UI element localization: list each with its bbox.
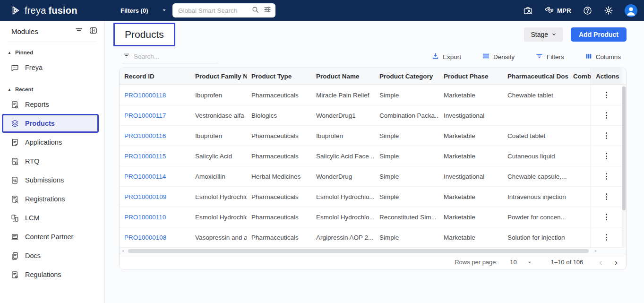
kebab-menu-icon[interactable] <box>602 150 611 162</box>
export-button[interactable]: Export <box>431 52 461 61</box>
mpr-menu-item[interactable]: MPR <box>544 5 571 17</box>
sidebar-item-regulations[interactable]: Regulations <box>0 265 104 284</box>
stage-dropdown-button[interactable]: Stage <box>524 27 563 42</box>
table-cell: Chewable tablet <box>503 85 568 105</box>
scroll-right-arrow-icon[interactable]: ▸ <box>595 249 597 253</box>
record-id-link[interactable]: PRO10000110 <box>120 207 190 227</box>
kebab-menu-icon[interactable] <box>602 190 611 203</box>
vertical-scrollbar-thumb[interactable] <box>622 87 626 210</box>
column-header-product-name[interactable]: Product Name <box>311 68 375 85</box>
table-row[interactable]: PRO10000118IbuprofenPharmaceuticalsMirac… <box>120 85 592 105</box>
add-product-button[interactable]: Add Product <box>571 27 627 42</box>
kebab-menu-icon[interactable] <box>602 231 611 243</box>
horizontal-scrollbar: ◂ ▸ <box>120 248 626 254</box>
table-row[interactable]: PRO10000116IbuprofenPharmaceuticalsIbupr… <box>120 126 592 146</box>
table-row[interactable]: PRO10000110Esmolol Hydrochlo...Pharmaceu… <box>120 207 592 227</box>
column-header-pharmaceutical-dos[interactable]: Pharmaceutical Dos... <box>503 68 568 85</box>
record-id-link[interactable]: PRO10000115 <box>120 146 190 166</box>
table-row[interactable]: PRO10000117Vestronidase alfaBiologicsWon… <box>120 105 592 126</box>
kebab-menu-icon[interactable] <box>602 170 611 182</box>
sidebar-item-freya[interactable]: Freya <box>0 58 104 77</box>
table-cell: Argipressin AOP 2... <box>311 227 375 248</box>
table-search-input[interactable] <box>134 53 218 60</box>
briefcase-user-icon[interactable] <box>523 6 533 16</box>
table-cell: Salicylic Acid <box>190 146 247 166</box>
app-logo[interactable]: freyafusion <box>10 0 77 21</box>
settings-gear-icon[interactable] <box>604 6 613 15</box>
sidebar-item-registrations[interactable]: Registrations <box>0 190 104 208</box>
record-id-link[interactable]: PRO10000114 <box>120 166 190 187</box>
sidebar-item-applications[interactable]: Applications <box>0 133 104 152</box>
sidebar-item-label: LCM <box>25 214 40 222</box>
chevron-left-icon[interactable]: ‹ <box>597 258 604 267</box>
column-header-product-type[interactable]: Product Type <box>247 68 311 85</box>
density-button[interactable]: Density <box>482 52 515 61</box>
sidebar-item-lcm[interactable]: LCM <box>0 208 104 227</box>
columns-label: Columns <box>596 53 621 61</box>
table-row[interactable]: PRO10000108Vasopressin and a...Pharmaceu… <box>120 227 592 248</box>
kebab-menu-icon[interactable] <box>602 211 611 223</box>
actions-cell <box>591 146 622 166</box>
sidebar-item-products[interactable]: Products <box>2 114 99 133</box>
rows-per-page-value: 10 <box>510 259 516 266</box>
table-cell: Chewable capsule,... <box>503 166 568 187</box>
record-id-link[interactable]: PRO10000108 <box>120 227 190 248</box>
collapse-triangle-icon: ▲ <box>8 87 11 92</box>
mpr-label: MPR <box>557 7 571 14</box>
table-cell: Pharmaceuticals <box>247 207 311 227</box>
table-cell <box>568 187 592 207</box>
table-row[interactable]: PRO10000115Salicylic AcidPharmaceuticals… <box>120 146 592 166</box>
rows-per-page-select[interactable]: 10 <box>510 259 532 266</box>
help-icon[interactable] <box>583 6 592 16</box>
scroll-left-arrow-icon[interactable]: ◂ <box>122 249 124 253</box>
table-cell: Marketable <box>439 207 503 227</box>
sidebar-item-reports[interactable]: Reports <box>0 95 104 114</box>
table-cell <box>568 227 592 248</box>
filter-list-icon[interactable] <box>75 26 83 36</box>
table-row[interactable]: PRO10000109Esmolol Hydrochlo...Pharmaceu… <box>120 187 592 207</box>
record-id-link[interactable]: PRO10000118 <box>120 85 190 105</box>
pinned-section-toggle[interactable]: ▲ Pinned <box>0 49 104 56</box>
kebab-menu-icon[interactable] <box>602 89 611 101</box>
kebab-menu-icon[interactable] <box>602 130 611 142</box>
filters-button[interactable]: Filters <box>535 52 564 61</box>
column-header-record-id[interactable]: Record ID <box>120 68 190 85</box>
global-search-input[interactable] <box>178 7 248 14</box>
chevron-right-icon[interactable]: › <box>613 258 619 267</box>
record-id-link[interactable]: PRO10000109 <box>120 187 190 207</box>
sidebar-item-label: Content Partner <box>25 233 73 241</box>
collapse-panel-icon[interactable] <box>89 26 98 37</box>
table-cell: Biologics <box>247 105 311 126</box>
record-id-link[interactable]: PRO10000116 <box>120 126 190 146</box>
table-cell: Intravenous injection <box>503 187 568 207</box>
kebab-menu-icon[interactable] <box>602 109 611 121</box>
column-header-product-family-name[interactable]: Product Family Name <box>190 68 247 85</box>
recent-section-toggle[interactable]: ▲ Recent <box>0 86 104 93</box>
sidebar-item-label: Submissions <box>25 176 64 184</box>
columns-button[interactable]: Columns <box>585 52 621 61</box>
table-cell: Solution for injection <box>503 227 568 248</box>
table-cell: Simple <box>375 166 439 187</box>
horizontal-scrollbar-thumb[interactable] <box>128 249 589 253</box>
table-cell: Cutaneous liquid <box>503 146 568 166</box>
modules-sidebar: Modules ▲ Pinned Freya ▲ Recent <box>0 21 105 303</box>
stage-label: Stage <box>531 31 548 38</box>
global-filters-button[interactable]: Filters (0) <box>120 0 167 21</box>
search-icon[interactable] <box>251 6 259 16</box>
sidebar-item-rtq[interactable]: RTQ <box>0 152 104 171</box>
table-cell <box>568 166 592 187</box>
column-header-product-phase[interactable]: Product Phase <box>439 68 503 85</box>
table-cell: Salicylic Acid Face ... <box>311 146 375 166</box>
record-id-link[interactable]: PRO10000117 <box>120 105 190 126</box>
column-header-product-category[interactable]: Product Category <box>375 68 439 85</box>
user-avatar-icon[interactable] <box>625 4 637 17</box>
table-row[interactable]: PRO10000114AmoxicillinHerbal MedicinesWo… <box>120 166 592 187</box>
sidebar-item-content-partner[interactable]: Content Partner <box>0 227 104 246</box>
column-header-combine[interactable]: Combine <box>568 68 592 85</box>
sidebar-item-submissions[interactable]: Submissions <box>0 171 104 190</box>
tune-icon[interactable] <box>263 5 272 16</box>
submissions-icon <box>10 176 19 185</box>
table-cell: Vestronidase alfa <box>190 105 247 126</box>
sidebar-item-label: Registrations <box>25 195 65 203</box>
sidebar-item-docs[interactable]: Docs <box>0 246 104 265</box>
